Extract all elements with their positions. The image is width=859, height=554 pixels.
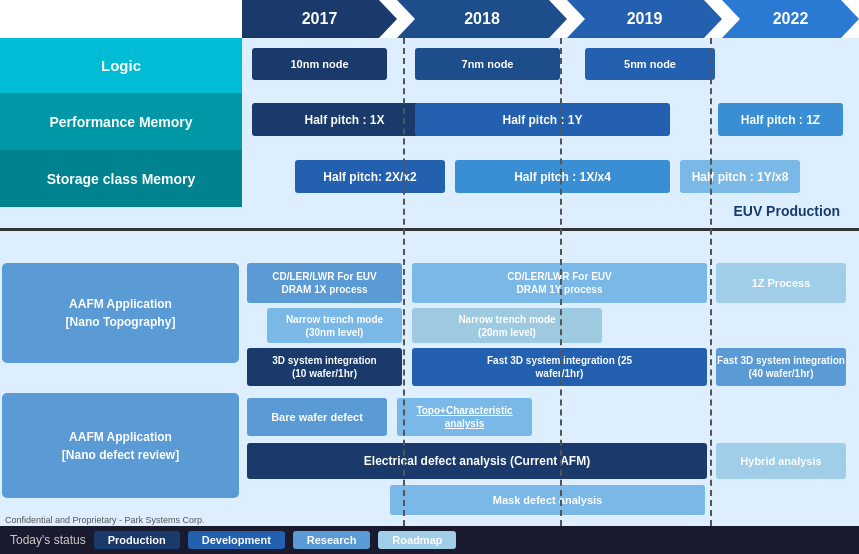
footer: Today's status Production Development Re… — [0, 526, 859, 554]
year-2017-label: 2017 — [302, 10, 338, 28]
aafm-nano-defect-text: AAFM Application[Nano defect review] — [62, 428, 179, 464]
half-pitch-1y: Half pitch : 1Y — [415, 103, 670, 136]
topo-characteristic-text: Topo+Characteristicanalysis — [416, 404, 512, 430]
storage-memory-text: Storage class Memory — [47, 171, 196, 187]
year-2018: 2018 — [397, 0, 567, 38]
fast-3d-40-text: Fast 3D system integration(40 wafer/1hr) — [717, 354, 845, 380]
storage-memory-label: Storage class Memory — [0, 150, 242, 207]
confidential-text: Confidential and Proprietary - Park Syst… — [5, 515, 205, 525]
mask-defect-text: Mask defect analysis — [493, 494, 602, 506]
euv-production: EUV Production — [610, 196, 850, 226]
half-pitch-1x-text: Half pitch : 1X — [304, 113, 384, 127]
3d-integration-10-box: 3D system integration(10 wafer/1hr) — [247, 348, 402, 386]
half-pitch-1y8-text: Half pitch : 1Y/x8 — [692, 170, 789, 184]
half-pitch-1y8: Half pitch : 1Y/x8 — [680, 160, 800, 193]
year-2018-label: 2018 — [464, 10, 500, 28]
header-row: 2017 2018 2019 2022 — [0, 0, 859, 38]
half-pitch-1x4: Half pitch : 1X/x4 — [455, 160, 670, 193]
narrow-trench-20-text: Narrow trench mode(20nm level) — [458, 313, 555, 339]
logic-box-10nm: 10nm node — [252, 48, 387, 80]
mask-defect-box: Mask defect analysis — [390, 485, 705, 515]
half-pitch-1z: Half pitch : 1Z — [718, 103, 843, 136]
half-pitch-1x4-text: Half pitch : 1X/x4 — [514, 170, 611, 184]
main-container: 2017 2018 2019 2022 Logic 10nm node 7nm … — [0, 0, 859, 554]
year-2019-label: 2019 — [627, 10, 663, 28]
aafm-nano-topo-label: AAFM Application[Nano Topography] — [2, 263, 239, 363]
roadmap-btn[interactable]: Roadmap — [378, 531, 456, 549]
aafm-nano-defect-label: AAFM Application[Nano defect review] — [2, 393, 239, 498]
electrical-defect-box: Electrical defect analysis (Current AFM) — [247, 443, 707, 479]
year-2022: 2022 — [722, 0, 859, 38]
hybrid-analysis-text: Hybrid analysis — [740, 455, 821, 467]
narrow-trench-30-text: Narrow trench mode(30nm level) — [286, 313, 383, 339]
narrow-trench-20-box: Narrow trench mode(20nm level) — [412, 308, 602, 343]
development-btn[interactable]: Development — [188, 531, 285, 549]
electrical-defect-text: Electrical defect analysis (Current AFM) — [364, 454, 590, 468]
narrow-trench-30-box: Narrow trench mode(30nm level) — [267, 308, 402, 343]
dashed-line-1 — [403, 38, 405, 526]
logic-7nm-text: 7nm node — [462, 58, 514, 70]
dashed-line-3 — [710, 38, 712, 526]
3d-integration-10-text: 3D system integration(10 wafer/1hr) — [272, 354, 376, 380]
year-2017: 2017 — [242, 0, 397, 38]
half-pitch-1z-text: Half pitch : 1Z — [741, 113, 820, 127]
bare-wafer-defect-box: Bare wafer defect — [247, 398, 387, 436]
aafm-nano-topo-text: AAFM Application[Nano Topography] — [66, 295, 176, 331]
fast-3d-40-box: Fast 3D system integration(40 wafer/1hr) — [716, 348, 846, 386]
perf-memory-text: Performance Memory — [49, 114, 192, 130]
half-pitch-2x: Half pitch: 2X/x2 — [295, 160, 445, 193]
half-pitch-1x: Half pitch : 1X — [252, 103, 437, 136]
dashed-line-2 — [560, 38, 562, 526]
cd-ler-1x-box: CD/LER/LWR For EUVDRAM 1X process — [247, 263, 402, 303]
logic-box-7nm: 7nm node — [415, 48, 560, 80]
year-2022-label: 2022 — [773, 10, 809, 28]
perf-memory-label: Performance Memory — [0, 93, 242, 150]
logic-5nm-text: 5nm node — [624, 58, 676, 70]
1z-process-box: 1Z Process — [716, 263, 846, 303]
euv-production-text: EUV Production — [733, 203, 840, 219]
logic-text: Logic — [101, 57, 141, 74]
topo-characteristic-box: Topo+Characteristicanalysis — [397, 398, 532, 436]
footer-status-label: Today's status — [10, 533, 86, 547]
logic-box-5nm: 5nm node — [585, 48, 715, 80]
production-btn[interactable]: Production — [94, 531, 180, 549]
header-label-area — [0, 0, 242, 38]
half-pitch-1y-text: Half pitch : 1Y — [502, 113, 582, 127]
year-2019: 2019 — [567, 0, 722, 38]
cd-ler-1x-text: CD/LER/LWR For EUVDRAM 1X process — [272, 270, 376, 296]
logic-label: Logic — [0, 38, 242, 93]
logic-10nm-text: 10nm node — [290, 58, 348, 70]
bare-wafer-defect-text: Bare wafer defect — [271, 411, 363, 423]
research-btn[interactable]: Research — [293, 531, 371, 549]
hybrid-analysis-box: Hybrid analysis — [716, 443, 846, 479]
1z-process-text: 1Z Process — [752, 277, 811, 289]
